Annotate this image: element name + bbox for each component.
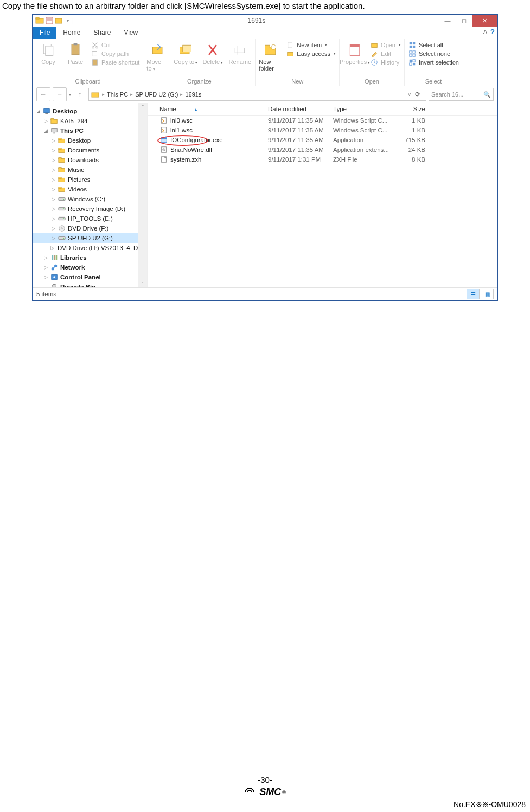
file-row[interactable]: system.zxh9/11/2017 1:31 PMZXH File8 KB xyxy=(148,155,497,164)
pasteshortcut-button[interactable]: Paste shortcut xyxy=(91,59,139,66)
tree-item[interactable]: ▷KAI5_294 xyxy=(33,116,147,126)
expand-icon[interactable]: ▷ xyxy=(43,118,48,124)
expand-icon[interactable]: ▷ xyxy=(43,274,48,280)
col-size[interactable]: Size xyxy=(393,106,432,112)
tree-item[interactable]: ▷HP_TOOLS (E:) xyxy=(33,214,147,223)
col-type[interactable]: Type xyxy=(333,106,393,112)
selectnone-button[interactable]: Select none xyxy=(408,50,459,57)
expand-icon[interactable]: ▷ xyxy=(50,226,56,231)
tree-item[interactable]: ▷Pictures xyxy=(33,175,147,184)
paste-button[interactable]: Paste xyxy=(63,41,87,65)
expand-icon[interactable]: ▷ xyxy=(50,187,56,192)
up-button[interactable]: ↑ xyxy=(73,88,86,101)
tree-item[interactable]: ▷Videos xyxy=(33,184,147,194)
maximize-button[interactable]: ◻ xyxy=(456,15,472,27)
expand-icon[interactable]: ▷ xyxy=(50,196,56,202)
col-name[interactable]: Name▴ xyxy=(148,106,268,112)
copyto-button[interactable]: Copy to▾ xyxy=(174,41,197,65)
refresh-icon[interactable]: ⟳ xyxy=(412,91,424,98)
tab-home[interactable]: Home xyxy=(56,27,87,39)
tree-item[interactable]: ▷SP UFD U2 (G:) xyxy=(33,233,147,243)
copy-button[interactable]: Copy xyxy=(36,41,60,65)
qat-newfolder-icon[interactable] xyxy=(55,16,63,25)
history-button[interactable]: History xyxy=(370,59,401,66)
open-button[interactable]: Open▾ xyxy=(370,41,401,49)
tree-item[interactable]: ▷Downloads xyxy=(33,155,147,165)
search-input[interactable]: Search 16... 🔍 xyxy=(429,88,494,101)
tree-item[interactable]: ▷Network xyxy=(33,263,147,272)
tree-item[interactable]: ▷Documents xyxy=(33,145,147,155)
scroll-up-icon[interactable]: ˄ xyxy=(142,104,144,110)
tree-item[interactable]: ▷Windows (C:) xyxy=(33,194,147,204)
scrollbar[interactable]: ˄˅ xyxy=(138,103,147,287)
qat-dropdown-icon[interactable]: ▾ xyxy=(65,18,71,23)
expand-icon[interactable]: ◢ xyxy=(35,108,41,114)
file-row[interactable]: ini1.wsc9/11/2017 11:35 AMWindows Script… xyxy=(148,125,497,135)
crumb[interactable]: 1691s xyxy=(185,91,201,98)
tree-item[interactable]: ▷DVD Drive (H:) VS2013_4_DSKEXP_JP xyxy=(33,243,147,253)
tree-item[interactable]: ▷Libraries xyxy=(33,253,147,263)
expand-icon[interactable]: ▷ xyxy=(50,167,56,172)
tab-view[interactable]: View xyxy=(117,27,144,39)
file-row[interactable]: Sna.NoWire.dll9/11/2017 11:35 AMApplicat… xyxy=(148,145,497,155)
tree-item[interactable]: ▷Music xyxy=(33,165,147,175)
delete-button[interactable]: Delete▾ xyxy=(201,41,225,65)
expand-icon[interactable]: ▷ xyxy=(43,265,48,270)
file-row[interactable]: IOConfigurator.exe9/11/2017 11:35 AMAppl… xyxy=(148,135,497,145)
copypath-button[interactable]: Copy path xyxy=(91,50,139,57)
group-label: Select xyxy=(408,78,459,85)
easyaccess-button[interactable]: Easy access▾ xyxy=(286,50,336,57)
tab-share[interactable]: Share xyxy=(87,27,117,39)
expand-icon[interactable]: ▷ xyxy=(50,206,56,212)
cut-button[interactable]: Cut xyxy=(91,41,139,49)
group-label: Open xyxy=(343,78,401,85)
expand-icon[interactable]: ▷ xyxy=(50,157,56,163)
minimize-button[interactable]: — xyxy=(439,15,456,27)
expand-icon[interactable]: ▷ xyxy=(50,235,56,241)
close-button[interactable]: ✕ xyxy=(472,15,497,27)
icons-view-button[interactable]: ▦ xyxy=(481,289,494,299)
back-button[interactable]: ← xyxy=(36,87,50,101)
forward-button[interactable]: → xyxy=(53,87,67,101)
crumb[interactable]: SP UFD U2 (G:) xyxy=(135,91,178,98)
qat-properties-icon[interactable] xyxy=(45,16,54,25)
breadcrumb[interactable]: ▸ This PC▸ SP UFD U2 (G:)▸ 1691s v ⟳ xyxy=(88,88,426,101)
svg-rect-48 xyxy=(59,138,61,140)
invert-button[interactable]: Invert selection xyxy=(408,59,459,66)
details-view-button[interactable]: ☰ xyxy=(467,289,480,299)
rename-button[interactable]: Rename xyxy=(228,41,252,65)
tree-item[interactable]: ▷Recovery Image (D:) xyxy=(33,204,147,214)
ribbon-group-clipboard: Copy Paste Cut Copy path Paste shortcut … xyxy=(33,39,143,86)
svg-rect-14 xyxy=(153,47,163,54)
expand-icon[interactable]: ▷ xyxy=(50,245,54,251)
expand-icon[interactable]: ▷ xyxy=(50,177,56,182)
file-row[interactable]: ini0.wsc9/11/2017 11:35 AMWindows Script… xyxy=(148,116,497,125)
expand-icon[interactable]: ▷ xyxy=(50,216,56,221)
address-dropdown-icon[interactable]: v xyxy=(408,92,411,97)
tree-item[interactable]: ▷DVD Drive (F:) xyxy=(33,223,147,233)
expand-icon[interactable]: ◢ xyxy=(43,128,48,133)
expand-icon[interactable]: ▷ xyxy=(50,148,56,153)
tree-item[interactable]: ◢Desktop xyxy=(33,106,147,116)
svg-point-21 xyxy=(271,44,276,49)
newfolder-button[interactable]: New folder xyxy=(259,41,283,72)
tree-item[interactable]: ◢This PC xyxy=(33,126,147,136)
col-date[interactable]: Date modified xyxy=(268,106,333,112)
crumb[interactable]: This PC xyxy=(107,91,128,98)
properties-button[interactable]: Properties▾ xyxy=(343,41,367,65)
expand-icon[interactable]: ▷ xyxy=(43,255,48,260)
moveto-button[interactable]: Move to▾ xyxy=(146,41,170,72)
recent-dropdown-icon[interactable]: ▾ xyxy=(69,92,71,97)
selectall-button[interactable]: Select all xyxy=(408,41,459,49)
tree-item[interactable]: ▷Desktop xyxy=(33,136,147,145)
edit-button[interactable]: Edit xyxy=(370,50,401,57)
collapse-ribbon-icon[interactable]: ᐱ xyxy=(483,29,487,35)
expand-icon[interactable]: ▷ xyxy=(50,138,56,143)
instruction-text: Copy the file shown to an arbitrary fold… xyxy=(0,0,530,14)
scroll-down-icon[interactable]: ˅ xyxy=(142,281,144,286)
tree-item[interactable]: Recycle Bin xyxy=(33,282,147,287)
newitem-button[interactable]: New item▾ xyxy=(286,41,336,49)
tab-file[interactable]: File xyxy=(33,27,56,39)
tree-item[interactable]: ▷Control Panel xyxy=(33,272,147,282)
help-icon[interactable]: ? xyxy=(490,28,495,36)
